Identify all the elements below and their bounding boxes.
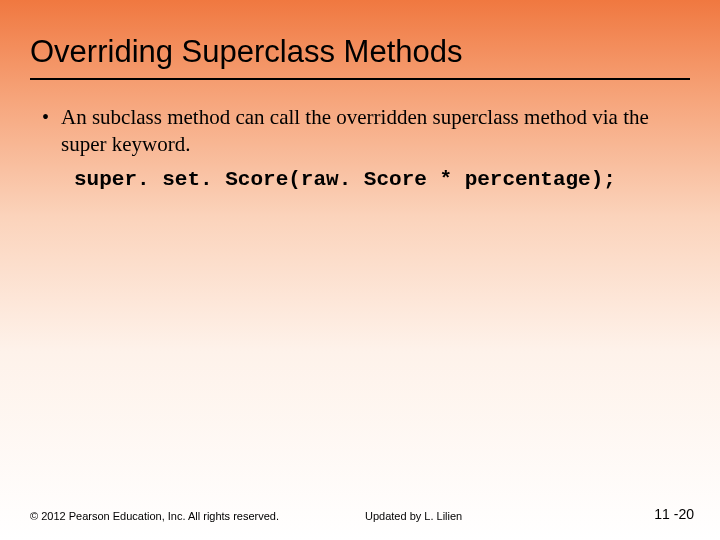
updated-by-text: Updated by L. Lilien	[365, 510, 462, 522]
bullet-text: An subclass method can call the overridd…	[61, 104, 690, 158]
slide-title: Overriding Superclass Methods	[30, 34, 690, 70]
bullet-dot-icon: •	[42, 104, 49, 131]
slide: Overriding Superclass Methods • An subcl…	[0, 0, 720, 540]
title-rule	[30, 78, 690, 80]
code-line: super. set. Score(raw. Score * percentag…	[74, 168, 690, 191]
footer: © 2012 Pearson Education, Inc. All right…	[0, 510, 720, 522]
page-number: 11 -20	[654, 506, 694, 522]
bullet-item: • An subclass method can call the overri…	[42, 104, 690, 158]
copyright-text: © 2012 Pearson Education, Inc. All right…	[30, 510, 279, 522]
